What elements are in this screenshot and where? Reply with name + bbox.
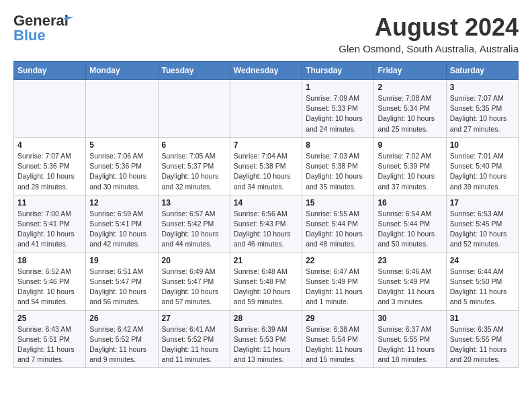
- day-info: Sunrise: 6:47 AMSunset: 5:49 PMDaylight:…: [306, 267, 370, 308]
- day-info: Sunrise: 7:05 AMSunset: 5:37 PMDaylight:…: [162, 151, 226, 192]
- day-info: Sunrise: 7:07 AMSunset: 5:35 PMDaylight:…: [450, 93, 515, 134]
- day-info: Sunrise: 6:52 AMSunset: 5:46 PMDaylight:…: [17, 267, 82, 308]
- weekday-header-row: SundayMondayTuesdayWednesdayThursdayFrid…: [14, 62, 519, 80]
- day-info: Sunrise: 6:55 AMSunset: 5:44 PMDaylight:…: [306, 209, 370, 250]
- day-info: Sunrise: 6:56 AMSunset: 5:43 PMDaylight:…: [234, 209, 298, 250]
- calendar-week-row: 1Sunrise: 7:09 AMSunset: 5:33 PMDaylight…: [14, 80, 519, 138]
- day-number: 2: [378, 83, 442, 92]
- weekday-header-thursday: Thursday: [302, 62, 374, 80]
- calendar-cell: [14, 80, 86, 138]
- calendar-week-row: 11Sunrise: 7:00 AMSunset: 5:41 PMDayligh…: [14, 195, 519, 253]
- calendar-cell: 17Sunrise: 6:53 AMSunset: 5:45 PMDayligh…: [446, 195, 518, 253]
- day-number: 25: [17, 314, 82, 323]
- day-info: Sunrise: 6:41 AMSunset: 5:52 PMDaylight:…: [162, 324, 226, 365]
- day-info: Sunrise: 7:03 AMSunset: 5:38 PMDaylight:…: [306, 151, 370, 192]
- day-info: Sunrise: 7:00 AMSunset: 5:41 PMDaylight:…: [17, 209, 82, 250]
- calendar-cell: 25Sunrise: 6:43 AMSunset: 5:51 PMDayligh…: [14, 310, 86, 368]
- day-number: 29: [306, 314, 370, 323]
- calendar-cell: 29Sunrise: 6:38 AMSunset: 5:54 PMDayligh…: [302, 310, 374, 368]
- day-number: 18: [17, 256, 82, 265]
- weekday-header-monday: Monday: [86, 62, 158, 80]
- day-number: 22: [306, 256, 370, 265]
- calendar-cell: [230, 80, 302, 138]
- day-number: 28: [234, 314, 298, 323]
- logo: GeneralBlue: [13, 13, 74, 43]
- day-info: Sunrise: 7:06 AMSunset: 5:36 PMDaylight:…: [89, 151, 154, 192]
- day-number: 26: [89, 314, 154, 323]
- day-info: Sunrise: 6:51 AMSunset: 5:47 PMDaylight:…: [89, 267, 154, 308]
- calendar-week-row: 18Sunrise: 6:52 AMSunset: 5:46 PMDayligh…: [14, 253, 519, 310]
- calendar-cell: 28Sunrise: 6:39 AMSunset: 5:53 PMDayligh…: [230, 310, 302, 368]
- day-number: 3: [450, 83, 515, 92]
- day-number: 14: [234, 198, 298, 208]
- calendar-table: SundayMondayTuesdayWednesdayThursdayFrid…: [13, 61, 519, 368]
- calendar-cell: 2Sunrise: 7:08 AMSunset: 5:34 PMDaylight…: [374, 80, 446, 138]
- day-number: 30: [378, 314, 442, 323]
- day-number: 20: [162, 256, 226, 265]
- calendar-body: 1Sunrise: 7:09 AMSunset: 5:33 PMDaylight…: [14, 80, 519, 368]
- day-number: 17: [450, 198, 515, 208]
- logo-text: GeneralBlue: [13, 13, 69, 43]
- day-number: 23: [378, 256, 442, 265]
- weekday-header-friday: Friday: [374, 62, 446, 80]
- weekday-header-saturday: Saturday: [446, 62, 518, 80]
- day-number: 10: [450, 140, 515, 150]
- calendar-cell: 11Sunrise: 7:00 AMSunset: 5:41 PMDayligh…: [14, 195, 86, 253]
- weekday-header-wednesday: Wednesday: [230, 62, 302, 80]
- month-year-title: August 2024: [339, 13, 519, 42]
- calendar-cell: 7Sunrise: 7:04 AMSunset: 5:38 PMDaylight…: [230, 137, 302, 195]
- day-info: Sunrise: 6:57 AMSunset: 5:42 PMDaylight:…: [162, 209, 226, 250]
- day-info: Sunrise: 6:37 AMSunset: 5:55 PMDaylight:…: [378, 324, 442, 365]
- calendar-cell: 22Sunrise: 6:47 AMSunset: 5:49 PMDayligh…: [302, 253, 374, 310]
- day-number: 8: [306, 140, 370, 150]
- day-info: Sunrise: 7:01 AMSunset: 5:40 PMDaylight:…: [450, 151, 515, 192]
- day-info: Sunrise: 7:07 AMSunset: 5:36 PMDaylight:…: [17, 151, 82, 192]
- calendar-cell: 24Sunrise: 6:44 AMSunset: 5:50 PMDayligh…: [446, 253, 518, 310]
- calendar-cell: 15Sunrise: 6:55 AMSunset: 5:44 PMDayligh…: [302, 195, 374, 253]
- calendar-cell: 27Sunrise: 6:41 AMSunset: 5:52 PMDayligh…: [158, 310, 230, 368]
- calendar-cell: 12Sunrise: 6:59 AMSunset: 5:41 PMDayligh…: [86, 195, 158, 253]
- day-info: Sunrise: 6:35 AMSunset: 5:55 PMDaylight:…: [450, 324, 515, 365]
- page-header: GeneralBlue August 2024 Glen Osmond, Sou…: [13, 13, 519, 54]
- day-info: Sunrise: 6:42 AMSunset: 5:52 PMDaylight:…: [89, 324, 154, 365]
- day-number: 31: [450, 314, 515, 323]
- day-info: Sunrise: 6:44 AMSunset: 5:50 PMDaylight:…: [450, 267, 515, 308]
- calendar-cell: 13Sunrise: 6:57 AMSunset: 5:42 PMDayligh…: [158, 195, 230, 253]
- day-number: 7: [234, 140, 298, 150]
- day-info: Sunrise: 7:09 AMSunset: 5:33 PMDaylight:…: [306, 93, 370, 134]
- day-number: 12: [89, 198, 154, 208]
- day-number: 15: [306, 198, 370, 208]
- day-info: Sunrise: 6:53 AMSunset: 5:45 PMDaylight:…: [450, 209, 515, 250]
- day-info: Sunrise: 6:49 AMSunset: 5:47 PMDaylight:…: [162, 267, 226, 308]
- day-number: 13: [162, 198, 226, 208]
- day-info: Sunrise: 6:39 AMSunset: 5:53 PMDaylight:…: [234, 324, 298, 365]
- weekday-header-tuesday: Tuesday: [158, 62, 230, 80]
- calendar-cell: 20Sunrise: 6:49 AMSunset: 5:47 PMDayligh…: [158, 253, 230, 310]
- calendar-cell: 18Sunrise: 6:52 AMSunset: 5:46 PMDayligh…: [14, 253, 86, 310]
- calendar-cell: 23Sunrise: 6:46 AMSunset: 5:49 PMDayligh…: [374, 253, 446, 310]
- title-block: August 2024 Glen Osmond, South Australia…: [339, 13, 519, 54]
- day-number: 4: [17, 140, 82, 150]
- calendar-cell: 26Sunrise: 6:42 AMSunset: 5:52 PMDayligh…: [86, 310, 158, 368]
- calendar-cell: 30Sunrise: 6:37 AMSunset: 5:55 PMDayligh…: [374, 310, 446, 368]
- day-number: 9: [378, 140, 442, 150]
- day-number: 19: [89, 256, 154, 265]
- calendar-cell: 8Sunrise: 7:03 AMSunset: 5:38 PMDaylight…: [302, 137, 374, 195]
- calendar-cell: 3Sunrise: 7:07 AMSunset: 5:35 PMDaylight…: [446, 80, 518, 138]
- calendar-cell: 9Sunrise: 7:02 AMSunset: 5:39 PMDaylight…: [374, 137, 446, 195]
- logo-bird-icon: [62, 14, 74, 24]
- calendar-header: SundayMondayTuesdayWednesdayThursdayFrid…: [14, 62, 519, 80]
- day-number: 27: [162, 314, 226, 323]
- day-number: 16: [378, 198, 442, 208]
- weekday-header-sunday: Sunday: [14, 62, 86, 80]
- calendar-cell: [158, 80, 230, 138]
- calendar-cell: 31Sunrise: 6:35 AMSunset: 5:55 PMDayligh…: [446, 310, 518, 368]
- calendar-cell: 14Sunrise: 6:56 AMSunset: 5:43 PMDayligh…: [230, 195, 302, 253]
- day-number: 6: [162, 140, 226, 150]
- day-info: Sunrise: 7:02 AMSunset: 5:39 PMDaylight:…: [378, 151, 442, 192]
- calendar-cell: 6Sunrise: 7:05 AMSunset: 5:37 PMDaylight…: [158, 137, 230, 195]
- calendar-cell: [86, 80, 158, 138]
- day-number: 5: [89, 140, 154, 150]
- day-info: Sunrise: 6:43 AMSunset: 5:51 PMDaylight:…: [17, 324, 82, 365]
- calendar-cell: 16Sunrise: 6:54 AMSunset: 5:44 PMDayligh…: [374, 195, 446, 253]
